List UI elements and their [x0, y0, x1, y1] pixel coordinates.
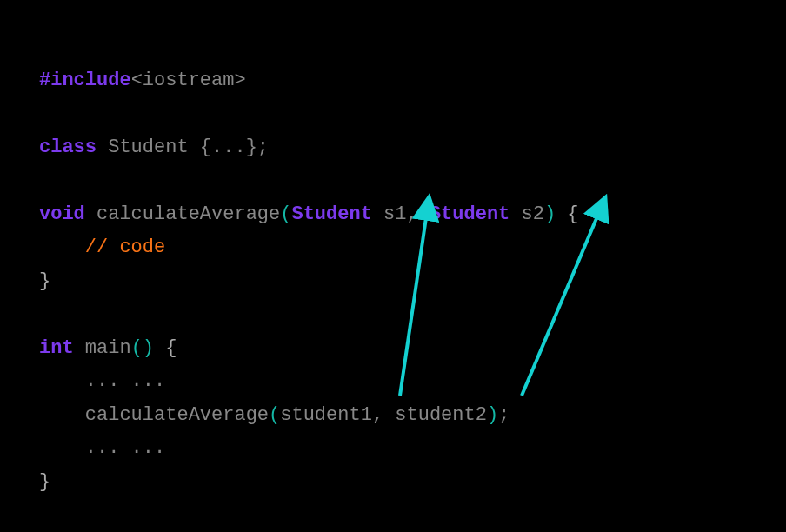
dots: ... ...	[85, 370, 165, 392]
code-line-6: // code	[39, 236, 165, 258]
main-name: main	[74, 337, 131, 359]
code-line-12: ... ...	[39, 437, 165, 459]
code-line-7: }	[39, 270, 50, 292]
brace-open: {	[154, 337, 177, 359]
code-line-11: calculateAverage(student1, student2);	[39, 404, 510, 426]
call-comma: ,	[372, 404, 395, 426]
main-parens: ()	[131, 337, 154, 359]
call-name: calculateAverage	[85, 404, 269, 426]
indent	[39, 437, 85, 459]
indent	[39, 236, 85, 258]
indent	[39, 404, 85, 426]
paren-close: )	[544, 203, 556, 225]
class-body: {...};	[200, 136, 269, 158]
class-name: Student	[97, 136, 200, 158]
comma: ,	[406, 203, 429, 225]
code-line-5: void calculateAverage(Student s1, Studen…	[39, 203, 579, 225]
param-type-2: Student	[430, 203, 510, 225]
code-line-1: #include<iostream>	[39, 70, 246, 91]
code-block: #include<iostream> class Student {...}; …	[0, 0, 786, 529]
func-name: calculateAverage	[85, 203, 280, 225]
call-paren-close: )	[487, 404, 498, 426]
dots: ... ...	[85, 437, 165, 459]
call-paren-open: (	[269, 404, 280, 426]
comment: // code	[85, 236, 165, 258]
code-line-13: }	[39, 471, 50, 493]
arg-2: student2	[395, 404, 487, 426]
include-header: <iostream>	[131, 70, 246, 91]
include-keyword: #include	[39, 70, 131, 91]
param-1: s1	[372, 203, 407, 225]
code-line-3: class Student {...};	[39, 136, 269, 158]
code-line-10: ... ...	[39, 370, 165, 392]
int-keyword: int	[39, 337, 74, 359]
class-keyword: class	[39, 136, 97, 158]
brace-open: {	[556, 203, 578, 225]
param-type-1: Student	[291, 203, 371, 225]
brace-close: }	[39, 270, 50, 292]
arg-1: student1	[280, 404, 372, 426]
semicolon: ;	[498, 404, 510, 426]
paren-open: (	[280, 203, 291, 225]
indent	[39, 370, 85, 392]
void-keyword: void	[39, 203, 85, 225]
brace-close: }	[39, 471, 50, 493]
param-2: s2	[510, 203, 544, 225]
code-line-9: int main() {	[39, 337, 177, 359]
